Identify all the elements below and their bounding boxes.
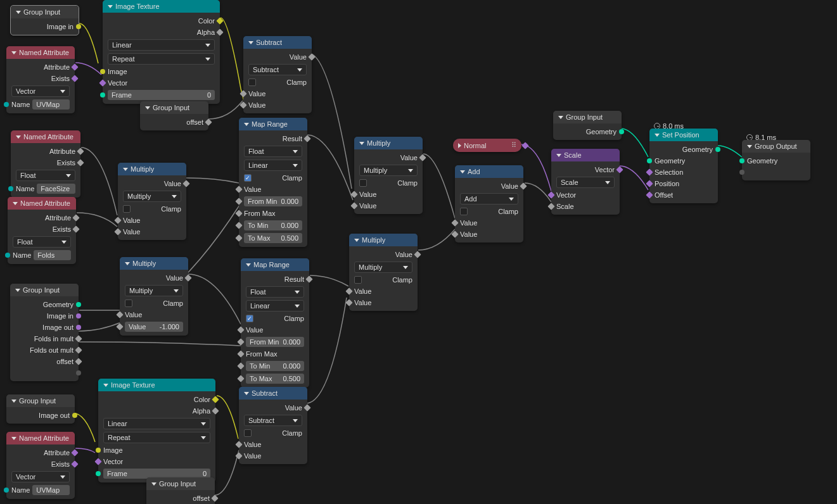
node-header[interactable]: Group Input (140, 101, 208, 114)
drag-icon[interactable]: ⠿ (511, 141, 516, 149)
output-socket[interactable] (72, 413, 77, 418)
output-socket[interactable] (77, 148, 84, 154)
node-header[interactable]: Subtract (239, 387, 307, 400)
to-min-field[interactable]: To Min0.000 (244, 220, 302, 230)
input-socket[interactable] (237, 375, 244, 382)
collapse-icon[interactable] (244, 392, 249, 395)
node-header[interactable]: Group Input (10, 284, 79, 296)
itype-select[interactable]: Linear (246, 300, 304, 312)
output-socket[interactable] (72, 225, 79, 232)
input-socket[interactable] (350, 202, 357, 209)
collapse-icon[interactable] (460, 170, 465, 173)
input-socket[interactable] (114, 217, 121, 224)
value-field[interactable]: Value-1.000 (125, 322, 183, 332)
output-socket[interactable] (71, 63, 78, 70)
input-socket[interactable] (350, 191, 357, 198)
input-socket[interactable] (100, 92, 105, 98)
clamp-checkbox[interactable] (359, 179, 367, 187)
input-socket[interactable] (237, 362, 244, 369)
collapse-icon[interactable] (103, 384, 108, 387)
input-socket[interactable] (345, 299, 352, 306)
output-socket[interactable] (76, 313, 81, 318)
output-socket[interactable] (182, 180, 189, 187)
input-socket[interactable] (5, 253, 10, 258)
input-socket[interactable] (4, 488, 9, 493)
clamp-checkbox[interactable] (244, 429, 252, 437)
collapse-icon[interactable] (11, 437, 16, 440)
output-socket[interactable] (212, 396, 219, 403)
input-socket[interactable] (237, 326, 244, 333)
input-socket[interactable] (99, 79, 106, 86)
node-image-texture[interactable]: Image Texture Color Alpha Linear Repeat … (98, 379, 215, 482)
output-socket[interactable] (520, 182, 527, 189)
node-math-subtract[interactable]: Subtract Value Subtract Clamp Value Valu… (243, 36, 312, 113)
input-socket[interactable] (739, 158, 744, 163)
output-socket[interactable] (76, 370, 81, 375)
node-named-attribute[interactable]: Named Attribute Attribute Exists Vector … (6, 46, 75, 113)
collapse-icon[interactable] (125, 262, 130, 265)
node-map-range[interactable]: Map Range Result Float Linear Clamp Valu… (239, 118, 307, 247)
node-set-position[interactable]: Set Position Geometry Geometry Selection… (649, 129, 718, 203)
input-socket[interactable] (235, 452, 242, 459)
clamp-checkbox[interactable] (123, 205, 131, 213)
collapse-icon[interactable] (244, 123, 249, 126)
input-socket[interactable] (235, 222, 242, 229)
type-select[interactable]: Float (16, 170, 75, 181)
node-header[interactable]: Multiply (118, 163, 186, 175)
op-select[interactable]: Subtract (248, 64, 307, 75)
output-socket[interactable] (184, 274, 191, 281)
output-socket[interactable] (76, 302, 81, 307)
output-socket[interactable] (205, 118, 212, 125)
output-socket[interactable] (419, 154, 426, 161)
output-socket[interactable] (76, 325, 81, 330)
interp-select[interactable]: Linear (108, 39, 215, 51)
collapse-icon[interactable] (359, 142, 364, 145)
op-select[interactable]: Subtract (244, 415, 302, 426)
output-socket[interactable] (76, 24, 81, 29)
node-header[interactable]: Group Input (11, 6, 79, 18)
node-header[interactable]: Normal⠿ (453, 139, 521, 152)
output-socket[interactable] (521, 142, 528, 149)
collapse-icon[interactable] (248, 41, 253, 44)
input-socket[interactable] (739, 170, 744, 175)
node-header[interactable]: Subtract (243, 36, 312, 49)
name-field[interactable]: UVMap (32, 99, 70, 110)
output-socket[interactable] (71, 449, 78, 456)
clamp-checkbox[interactable] (246, 315, 253, 322)
output-socket[interactable] (71, 75, 78, 82)
input-socket[interactable] (240, 101, 246, 108)
collapse-icon[interactable] (558, 116, 563, 119)
input-socket[interactable] (114, 228, 121, 235)
input-socket[interactable] (646, 180, 653, 187)
node-group-input[interactable]: Group Input offset (146, 477, 215, 504)
op-select[interactable]: Add (460, 193, 518, 205)
node-header[interactable]: Set Position (649, 129, 718, 141)
node-header[interactable]: Group Input (553, 111, 622, 123)
node-header[interactable]: Group Input (146, 477, 215, 490)
type-select[interactable]: Vector (11, 85, 70, 97)
itype-select[interactable]: Linear (244, 160, 302, 171)
node-header[interactable]: Group Input (6, 394, 75, 407)
node-group-output[interactable]: Group Output Geometry (742, 140, 810, 180)
node-group-input[interactable]: Group Input offset (140, 101, 208, 130)
node-vector-scale[interactable]: Scale Vector Scale Vector Scale (551, 149, 620, 215)
node-header[interactable]: Multiply (349, 234, 418, 246)
op-select[interactable]: Scale (556, 177, 615, 188)
output-socket[interactable] (75, 346, 82, 353)
op-select[interactable]: Multiply (354, 261, 412, 273)
collapse-icon[interactable] (11, 51, 16, 54)
node-group-input[interactable]: Group Input Geometry Image in Image out … (10, 284, 79, 381)
input-socket[interactable] (235, 186, 242, 192)
frame-field[interactable]: Frame0 (108, 90, 215, 100)
input-socket[interactable] (240, 90, 246, 97)
output-socket[interactable] (75, 358, 82, 365)
node-normal[interactable]: Normal⠿ (453, 139, 521, 152)
output-socket[interactable] (216, 28, 223, 35)
node-math-multiply[interactable]: Multiply Value Multiply Clamp Value Valu… (354, 137, 423, 214)
node-header[interactable]: Map Range (239, 118, 307, 130)
output-socket[interactable] (211, 495, 218, 501)
input-socket[interactable] (4, 102, 9, 107)
to-max-field[interactable]: To Max0.500 (246, 374, 304, 384)
name-field[interactable]: Folds (34, 250, 71, 260)
output-socket[interactable] (619, 129, 624, 134)
